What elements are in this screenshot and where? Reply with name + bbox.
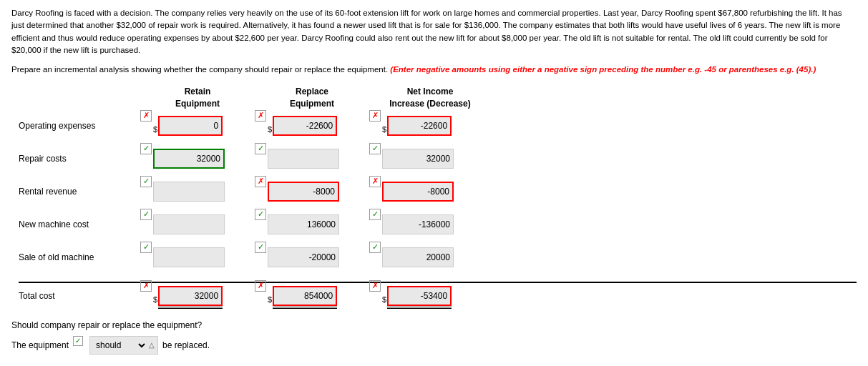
total-input-wrap-netinc: -53400 — [387, 286, 452, 306]
checkbox-netinc-repair[interactable] — [369, 143, 381, 154]
intro-text: Darcy Roofing is faced with a decision. … — [11, 9, 842, 54]
cell-netinc-newmachine: -136000 — [369, 214, 491, 234]
dollar-replace-total: $ — [268, 295, 272, 306]
input-netinc-operating[interactable]: -22600 — [387, 116, 452, 136]
row-label-operating: Operating expenses — [19, 121, 140, 131]
checkbox-netinc-operating[interactable] — [369, 110, 381, 122]
dollar-replace-operating: $ — [268, 125, 272, 136]
instruction-bold: (Enter negative amounts using either a n… — [390, 65, 816, 74]
table-row: Sale of old machine -20000 20000 — [19, 244, 857, 270]
row-label-saleold: Sale of old machine — [19, 252, 140, 262]
cell-netinc-saleold: 20000 — [369, 247, 491, 267]
input-netinc-total[interactable]: -53400 — [387, 286, 452, 306]
row-label-repair: Repair costs — [19, 154, 140, 164]
dollar-netinc-total: $ — [382, 295, 386, 306]
input-replace-newmachine[interactable]: 136000 — [268, 214, 339, 234]
cell-retain-operating: $ 0 — [140, 116, 255, 136]
footer-section: Should company repair or replace the equ… — [11, 320, 857, 355]
cell-replace-newmachine: 136000 — [255, 214, 369, 234]
input-replace-repair[interactable] — [268, 149, 339, 169]
cell-netinc-repair: 32000 — [369, 149, 491, 169]
cell-replace-total: $ 854000 — [255, 286, 369, 306]
cell-replace-rental: -8000 — [255, 182, 369, 202]
intro-paragraph: Darcy Roofing is faced with a decision. … — [11, 7, 857, 56]
input-retain-repair[interactable]: 32000 — [153, 149, 225, 169]
row-label-total: Total cost — [19, 291, 140, 301]
col-header-retain: RetainEquipment — [140, 86, 255, 110]
checkbox-retain-saleold[interactable] — [140, 242, 152, 253]
checkbox-retain-newmachine[interactable] — [140, 209, 152, 220]
analysis-table: RetainEquipment ReplaceEquipment Net Inc… — [19, 86, 857, 307]
data-rows: Operating expenses $ 0 $ -22600 $ -22600 — [19, 113, 857, 307]
dollar-netinc-operating: $ — [382, 125, 386, 136]
checkbox-replace-repair[interactable] — [255, 143, 266, 154]
total-input-wrap-retain: 32000 — [158, 286, 223, 306]
checkbox-netinc-total[interactable] — [369, 280, 381, 292]
equipment-label: The equipment — [11, 340, 69, 350]
dropdown-checkbox[interactable]: ✓ — [73, 336, 83, 346]
suffix-label: be replaced. — [162, 340, 210, 350]
input-replace-saleold[interactable]: -20000 — [268, 247, 339, 267]
table-row: Rental revenue -8000 -8000 — [19, 179, 857, 204]
dropdown-wrapper[interactable]: should should not △ — [89, 336, 158, 355]
input-netinc-saleold[interactable]: 20000 — [382, 247, 454, 267]
checkbox-netinc-saleold[interactable] — [369, 242, 381, 253]
input-retain-total[interactable]: 32000 — [158, 286, 223, 306]
checkbox-retain-total[interactable] — [140, 280, 152, 292]
checkbox-replace-saleold[interactable] — [255, 242, 266, 253]
checkbox-replace-total[interactable] — [255, 280, 266, 292]
total-input-wrap-replace: 854000 — [273, 286, 337, 306]
checkbox-retain-operating[interactable] — [140, 110, 152, 122]
input-retain-operating[interactable]: 0 — [158, 116, 223, 136]
checkbox-retain-rental[interactable] — [140, 176, 152, 187]
cell-netinc-rental: -8000 — [369, 182, 491, 202]
col-header-replace: ReplaceEquipment — [255, 86, 369, 110]
table-row: New machine cost 136000 -136000 — [19, 212, 857, 237]
input-netinc-repair[interactable]: 32000 — [382, 149, 454, 169]
cell-retain-total: $ 32000 — [140, 286, 255, 306]
equipment-answer: The equipment ✓ should should not △ be r… — [11, 336, 857, 355]
cell-retain-rental — [140, 182, 255, 202]
should-dropdown[interactable]: should should not — [93, 340, 147, 351]
checkbox-netinc-newmachine[interactable] — [369, 209, 381, 220]
dollar-retain-total: $ — [153, 295, 157, 306]
cell-netinc-total: $ -53400 — [369, 286, 491, 306]
input-retain-saleold[interactable] — [153, 247, 225, 267]
input-replace-total[interactable]: 854000 — [273, 286, 337, 306]
checkbox-replace-rental[interactable] — [255, 176, 266, 187]
input-retain-newmachine[interactable] — [153, 214, 225, 234]
row-label-newmachine: New machine cost — [19, 219, 140, 229]
table-row: Operating expenses $ 0 $ -22600 $ -22600 — [19, 113, 857, 139]
input-replace-operating[interactable]: -22600 — [273, 116, 337, 136]
col-header-net-income: Net IncomeIncrease (Decrease) — [369, 86, 491, 110]
cell-netinc-operating: $ -22600 — [369, 116, 491, 136]
checkbox-replace-operating[interactable] — [255, 110, 266, 122]
cell-retain-repair: 32000 — [140, 149, 255, 169]
checkbox-retain-repair[interactable] — [140, 143, 152, 154]
instruction-text: Prepare an incremental analysis showing … — [11, 64, 857, 76]
cell-replace-repair — [255, 149, 369, 169]
cell-retain-newmachine — [140, 214, 255, 234]
instruction-plain: Prepare an incremental analysis showing … — [11, 65, 390, 74]
column-headers: RetainEquipment ReplaceEquipment Net Inc… — [140, 86, 857, 110]
checkbox-netinc-rental[interactable] — [369, 176, 381, 187]
cell-retain-saleold — [140, 247, 255, 267]
footer-question: Should company repair or replace the equ… — [11, 320, 857, 330]
row-label-rental: Rental revenue — [19, 187, 140, 197]
dollar-retain-operating: $ — [153, 125, 157, 136]
total-row: Total cost $ 32000 $ 854000 $ — [19, 282, 857, 307]
cell-replace-saleold: -20000 — [255, 247, 369, 267]
checkbox-replace-newmachine[interactable] — [255, 209, 266, 220]
input-netinc-newmachine[interactable]: -136000 — [382, 214, 454, 234]
input-replace-rental[interactable]: -8000 — [268, 182, 339, 202]
cell-replace-operating: $ -22600 — [255, 116, 369, 136]
input-retain-rental[interactable] — [153, 182, 225, 202]
table-row: Repair costs 32000 32000 — [19, 146, 857, 172]
input-netinc-rental[interactable]: -8000 — [382, 182, 454, 202]
